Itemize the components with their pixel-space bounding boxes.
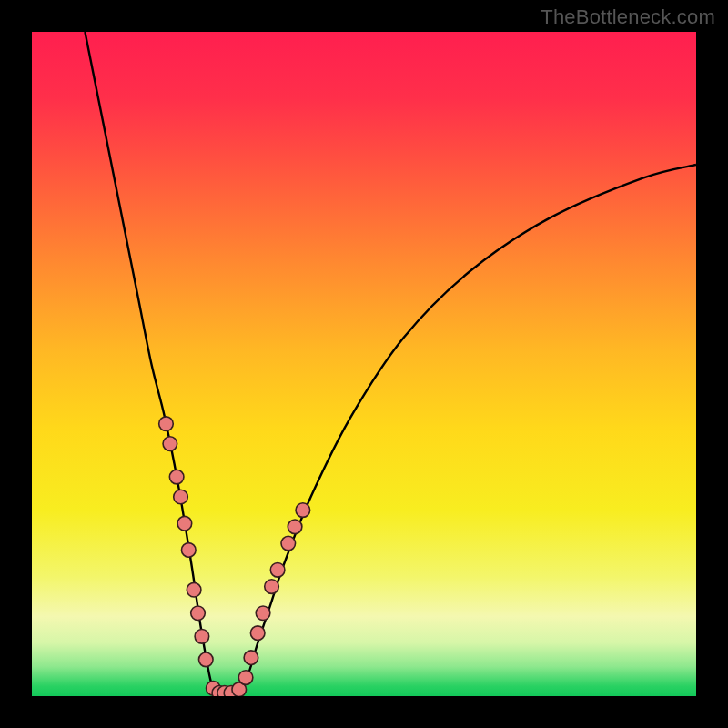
data-marker: [159, 417, 174, 431]
data-marker: [174, 490, 188, 504]
data-marker: [163, 437, 177, 451]
data-marker: [177, 516, 192, 531]
data-marker: [256, 606, 270, 621]
data-marker: [281, 536, 296, 551]
data-marker: [250, 626, 265, 641]
data-marker: [244, 651, 258, 665]
data-marker: [191, 606, 206, 621]
data-marker: [288, 520, 302, 534]
data-marker: [270, 563, 285, 578]
data-marker: [238, 671, 253, 685]
data-marker: [296, 503, 310, 518]
data-marker: [187, 582, 201, 597]
data-marker: [169, 470, 184, 484]
bottleneck-curve: [85, 32, 696, 696]
data-marker: [265, 580, 279, 594]
chart-svg: [32, 32, 696, 696]
watermark-text: TheBottleneck.com: [541, 5, 715, 29]
chart-frame: TheBottleneck.com: [0, 0, 728, 728]
data-marker: [181, 543, 196, 558]
data-marker: [195, 630, 209, 644]
plot-area: [32, 32, 696, 696]
data-marker: [198, 652, 213, 667]
